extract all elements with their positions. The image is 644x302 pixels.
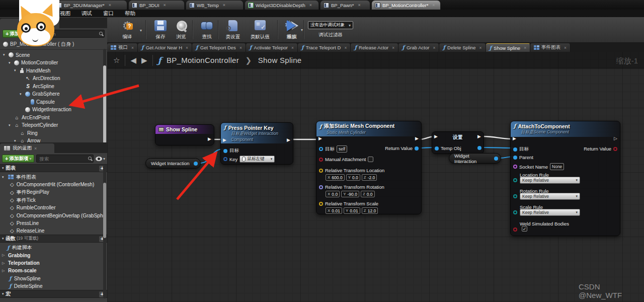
expander-icon[interactable]: ▾ <box>9 61 12 65</box>
construction-script-item[interactable]: ƒ 构建脚本 <box>2 244 107 251</box>
compile-button[interactable]: ⚙ ? 编译 <box>116 19 139 41</box>
tab-event-graph[interactable]: 事件图表 × <box>530 43 571 52</box>
category-room-scale[interactable]: ▷ Room-scale <box>2 267 107 274</box>
window-tab-wb-temp[interactable]: WB_Temp × <box>186 0 244 10</box>
object-out-pin[interactable] <box>194 162 198 166</box>
exec-in-pin[interactable]: ▶ <box>318 136 322 141</box>
exec-in-pin[interactable]: ▶ <box>513 136 516 141</box>
save-button[interactable]: 保存 <box>149 19 172 41</box>
tab-trace-teleport-destination[interactable]: ƒ Trace Teleport D × <box>298 43 351 52</box>
key-value-dropdown[interactable]: 鼠标左键 ▾ <box>239 156 275 163</box>
relative-scale-fields[interactable]: X0.01 Y0.01 Z12.0 <box>326 207 378 214</box>
expander-icon[interactable]: ▾ <box>2 237 6 241</box>
object-in-pin[interactable] <box>435 146 439 150</box>
expander-icon[interactable]: ▷ <box>2 261 6 265</box>
temp-obj-pin-row[interactable]: Temp Obj <box>435 145 461 151</box>
node-attach-to-component[interactable]: ƒAttachToComponent 目标是Scene Component ▶ … <box>510 121 620 236</box>
close-icon[interactable]: × <box>479 45 482 50</box>
tree-item-grabsphere[interactable]: ▾ GrabSphere <box>3 90 107 98</box>
relative-location-fields[interactable]: X600.0 Y0.0 Z-2.0 <box>326 174 377 181</box>
close-icon[interactable]: × <box>239 45 242 50</box>
manual-attachment-row[interactable]: Manual Attachment <box>319 157 373 162</box>
tree-item-widgetinteraction[interactable]: WidgetInteraction <box>3 106 107 114</box>
back-icon[interactable]: ◀ <box>130 56 136 65</box>
event-item[interactable]: ◇ RumbleController <box>2 204 107 211</box>
relative-rotation-fields[interactable]: X0.0 Y-90.0 Z0.0 <box>326 191 375 197</box>
play-button[interactable]: 播放 <box>280 19 303 41</box>
close-icon[interactable]: × <box>309 3 312 8</box>
self-value-box[interactable]: self <box>337 145 347 153</box>
close-icon[interactable]: × <box>564 45 567 50</box>
expander-icon[interactable]: ▾ <box>20 92 23 96</box>
expander-icon[interactable]: ▷ <box>2 269 6 273</box>
graphs-section-header[interactable]: ▾ 图表 + <box>0 164 107 172</box>
event-item[interactable]: ◇ OnComponentBeginOverlap (GrabSphe <box>2 211 107 219</box>
find-button[interactable]: 查找 <box>195 19 218 41</box>
event-item[interactable]: ◇ ReleaseLine <box>2 227 107 235</box>
object-in-pin[interactable] <box>319 147 323 151</box>
return-value-out-pin[interactable] <box>613 147 617 151</box>
expander-icon[interactable]: ▾ <box>3 53 7 57</box>
exec-out-pin[interactable]: ▶ <box>477 134 481 139</box>
enum-in-pin[interactable] <box>513 194 517 198</box>
target-pin-row[interactable]: 目标 <box>513 146 529 153</box>
event-item[interactable]: ◇ OnComponentHit (ControllerMesh) <box>2 181 107 188</box>
event-item[interactable]: ◇ 事件BeginPlay <box>2 189 107 196</box>
exec-out-pin[interactable]: ▶ <box>415 136 419 141</box>
function-deletespline[interactable]: ƒ DeleteSpline <box>2 282 107 290</box>
my-blueprint-search[interactable] <box>36 155 94 163</box>
browse-button[interactable]: 浏览 <box>170 19 193 41</box>
tab-activate-teleporter[interactable]: ƒ Activate Telepor × <box>246 43 298 52</box>
close-icon[interactable]: × <box>432 3 435 8</box>
forward-icon[interactable]: ▶ <box>141 56 147 65</box>
menu-item-window[interactable]: 窗口 <box>103 10 114 17</box>
event-item[interactable]: ◇ 事件Tick <box>2 196 107 204</box>
tab-get-actor-near-hand[interactable]: ƒ Get Actor Near H × <box>138 43 192 52</box>
node-set-temp-obj[interactable]: 设置 ▶ ▶ Temp Obj <box>432 131 484 154</box>
tree-item-capsule[interactable]: Capsule <box>3 98 107 106</box>
class-defaults-button[interactable]: 类默认值 <box>247 19 274 41</box>
bool-in-pin[interactable] <box>319 158 323 162</box>
target-pin-row[interactable]: 目标 <box>223 147 239 154</box>
object-in-pin[interactable] <box>223 149 227 153</box>
tab-show-spline[interactable]: ƒ Show Spline × <box>486 43 531 52</box>
tree-item-teleportcylinder[interactable]: ▾ ⌂ TeleportCylinder <box>3 121 107 129</box>
menu-item-help[interactable]: 帮助 <box>125 10 135 17</box>
window-tab-bp-motioncontroller[interactable]: BP_MotionController* × <box>371 0 441 10</box>
object-in-pin[interactable] <box>513 156 517 160</box>
enum-in-pin[interactable] <box>513 210 517 214</box>
tab-grab-actor[interactable]: ƒ Grab Actor × <box>398 43 439 52</box>
exec-in-pin[interactable]: ▶ <box>223 138 226 142</box>
close-icon[interactable]: × <box>131 45 134 50</box>
exec-out-pin[interactable]: ▶ <box>287 138 290 142</box>
tab-release-actor[interactable]: ƒ Release Actor × <box>351 43 398 52</box>
close-icon[interactable]: × <box>392 45 394 50</box>
vector-in-pin[interactable] <box>319 202 323 206</box>
close-icon[interactable]: × <box>344 45 347 50</box>
tree-item-motioncontroller[interactable]: ▾ MotionController <box>3 59 107 67</box>
category-teleportation[interactable]: ▷ Teleportation <box>2 259 107 267</box>
my-blueprint-scrollbar[interactable] <box>103 165 106 298</box>
close-icon[interactable]: × <box>223 3 225 8</box>
close-icon[interactable]: × <box>524 45 526 50</box>
socket-name-row[interactable]: Socket Name None <box>513 163 564 170</box>
weld-checkbox[interactable]: ✓ <box>522 226 527 232</box>
node-show-spline[interactable]: Show Spline ▶ <box>155 124 214 145</box>
vector-in-pin[interactable] <box>319 169 323 173</box>
breadcrumb-blueprint[interactable]: BP_MotionController <box>167 56 239 64</box>
enum-in-pin[interactable] <box>513 178 517 182</box>
event-graph-item[interactable]: ▾ 事件图表 <box>2 173 107 181</box>
breadcrumb-function[interactable]: Show Spline <box>258 56 302 64</box>
exec-out-pin[interactable]: ▷ <box>614 136 617 141</box>
key-in-pin[interactable] <box>223 157 227 161</box>
tree-item-arcendpoint[interactable]: ⌂ ArcEndPoint <box>3 114 107 122</box>
object-out-pin[interactable] <box>494 157 498 161</box>
scale-rule-dropdown[interactable]: Keep Relative▾ <box>520 209 580 216</box>
object-out-pin[interactable] <box>477 146 481 150</box>
close-icon[interactable]: × <box>433 45 435 50</box>
location-rule-dropdown[interactable]: Keep Relative▾ <box>520 177 580 184</box>
tree-item-arcspline[interactable]: S ArcSpline <box>3 83 107 91</box>
exec-in-pin[interactable]: ▶ <box>434 134 438 139</box>
socket-name-value-box[interactable]: None <box>550 163 564 170</box>
close-icon[interactable]: × <box>164 3 166 8</box>
